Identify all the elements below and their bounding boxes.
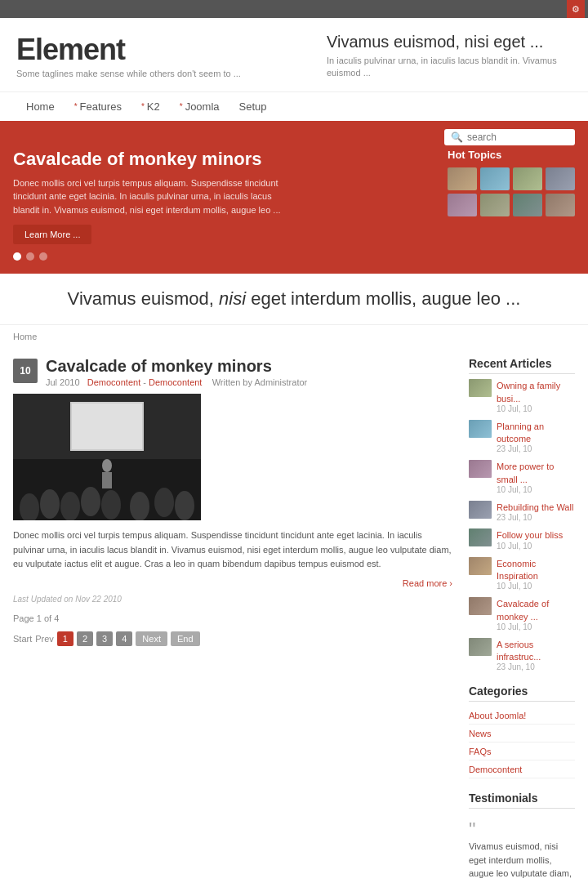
page-4-button[interactable]: 4 <box>116 631 132 646</box>
svg-rect-13 <box>72 404 142 449</box>
hot-topic-7[interactable] <box>513 194 542 216</box>
hot-topic-8[interactable] <box>546 194 575 216</box>
hero-dot-3[interactable] <box>39 252 47 261</box>
recent-date-2: 23 Jul, 10 <box>497 444 575 453</box>
end-button[interactable]: End <box>171 631 200 646</box>
recent-article-7: Cavalcade of monkey ... 10 Jul, 10 <box>469 597 575 631</box>
article-body: Donec mollis orci vel turpis tempus aliq… <box>13 528 452 572</box>
pagination: Page 1 of 4 <box>13 613 452 623</box>
recent-info-7: Cavalcade of monkey ... 10 Jul, 10 <box>497 597 575 631</box>
hot-topic-2[interactable] <box>480 167 510 190</box>
hero-dot-2[interactable] <box>26 252 34 261</box>
nav-k2[interactable]: * K2 <box>131 94 170 119</box>
svg-point-9 <box>175 491 194 520</box>
article-separator: - <box>143 377 149 387</box>
hot-topic-5[interactable] <box>448 194 477 216</box>
testimonials-title: Testimonials <box>469 792 575 809</box>
categories-section: Categories About Joomla! News FAQs Democ… <box>469 685 575 778</box>
hot-topic-3[interactable] <box>513 167 542 190</box>
settings-icon[interactable]: ⚙ <box>567 0 585 18</box>
read-more-link[interactable]: Read more › <box>13 578 452 588</box>
search-input[interactable] <box>467 132 565 143</box>
recent-thumb-4 <box>469 501 492 519</box>
recent-thumb-6 <box>469 557 492 575</box>
nav-home[interactable]: Home <box>16 94 65 119</box>
featured-headline-section: Vivamus euismod, nisi eget interdum moll… <box>0 274 588 325</box>
main-content: 10 Cavalcade of monkey minors Jul 2010 D… <box>0 347 588 883</box>
recent-title-7[interactable]: Cavalcade of monkey ... <box>497 599 549 621</box>
hero-content: Cavalcade of monkey minors Donec mollis … <box>0 149 588 274</box>
recent-title-1[interactable]: Owning a family busi... <box>497 381 560 403</box>
hot-topic-6[interactable] <box>480 194 510 216</box>
article-image <box>13 394 201 520</box>
page-3-button[interactable]: 3 <box>96 631 113 646</box>
recent-articles-title: Recent Articles <box>469 357 575 374</box>
cat-link-1[interactable]: About Joomla! <box>469 711 526 720</box>
recent-date-6: 10 Jul, 10 <box>497 582 575 591</box>
page-info: Page 1 of 4 <box>13 613 59 623</box>
header-featured-title: Vivamus euismod, nisi eget ... <box>327 33 572 51</box>
nav-features[interactable]: * Features <box>65 94 131 119</box>
recent-info-4: Rebuilding the Wall 23 Jul, 10 <box>497 501 573 522</box>
recent-date-1: 10 Jul, 10 <box>497 404 575 413</box>
svg-point-7 <box>130 492 149 520</box>
recent-title-3[interactable]: More power to small ... <box>497 462 554 484</box>
article-image-inner <box>13 394 201 520</box>
header-right: Vivamus euismod, nisi eget ... In iaculi… <box>327 33 572 80</box>
hero-right: Hot Topics <box>431 149 575 261</box>
hero-dot-1[interactable] <box>13 252 21 261</box>
header-left: Element Some taglines make sense while o… <box>16 33 241 78</box>
recent-date-7: 10 Jul, 10 <box>497 622 575 631</box>
recent-title-5[interactable]: Follow your bliss <box>497 530 563 540</box>
open-quote-icon: " <box>469 820 575 840</box>
categories-title: Categories <box>469 685 575 702</box>
nav-joomla[interactable]: * Joomla <box>170 94 229 119</box>
recent-article-3: More power to small ... 10 Jul, 10 <box>469 460 575 494</box>
middle-sidebar: Recent Articles Owning a family busi... … <box>469 347 575 883</box>
breadcrumb: Home <box>13 332 37 341</box>
recent-article-6: Economic Inspiration 10 Jul, 10 <box>469 557 575 591</box>
hero-search-area: 🔍 <box>0 121 588 149</box>
article-category-link[interactable]: Democontent <box>87 377 140 387</box>
recent-thumb-2 <box>469 420 492 438</box>
next-button[interactable]: Next <box>136 631 167 646</box>
hot-topics-grid <box>448 167 575 216</box>
svg-rect-11 <box>102 472 112 488</box>
recent-article-2: Planning an outcome 23 Jul, 10 <box>469 420 575 454</box>
recent-articles-section: Recent Articles Owning a family busi... … <box>469 357 575 671</box>
recent-thumb-8 <box>469 638 492 656</box>
article-category2-link[interactable]: Democontent <box>149 377 202 387</box>
recent-article-8: A serious infrastruc... 23 Jun, 10 <box>469 638 575 672</box>
site-title: Element <box>16 33 241 67</box>
article-date: Jul 2010 <box>46 377 80 387</box>
recent-title-6[interactable]: Economic Inspiration <box>497 559 538 581</box>
cat-link-3[interactable]: FAQs <box>469 747 492 756</box>
cat-link-4[interactable]: Democontent <box>469 765 522 774</box>
recent-title-2[interactable]: Planning an outcome <box>497 421 544 444</box>
recent-info-1: Owning a family busi... 10 Jul, 10 <box>497 379 575 413</box>
testimonial-quote: Vivamus euismod, nisi eget interdum moll… <box>469 840 575 883</box>
page-1-button[interactable]: 1 <box>57 631 74 646</box>
recent-title-4[interactable]: Rebuilding the Wall <box>497 502 573 512</box>
start-label: Start <box>13 634 32 644</box>
prev-label: Prev <box>35 634 54 644</box>
article-header: 10 Cavalcade of monkey minors Jul 2010 D… <box>13 357 452 394</box>
svg-point-4 <box>60 492 80 520</box>
hot-topic-1[interactable] <box>448 167 477 190</box>
recent-title-8[interactable]: A serious infrastruc... <box>497 640 541 662</box>
pagination-controls: Start Prev 1 2 3 4 Next End <box>13 631 452 646</box>
svg-point-8 <box>154 488 174 517</box>
search-box: 🔍 <box>444 129 575 145</box>
hot-topic-4[interactable] <box>546 167 575 190</box>
svg-point-10 <box>102 459 112 472</box>
search-icon: 🔍 <box>451 132 463 143</box>
recent-date-4: 23 Jul, 10 <box>497 513 573 522</box>
page-2-button[interactable]: 2 <box>77 631 93 646</box>
cat-link-2[interactable]: News <box>469 729 492 738</box>
cat-item-4: Democontent <box>469 760 575 778</box>
recent-thumb-1 <box>469 379 492 397</box>
nav-setup[interactable]: Setup <box>229 94 277 119</box>
hero-learn-more-button[interactable]: Learn More ... <box>13 225 91 244</box>
article-section: 10 Cavalcade of monkey minors Jul 2010 D… <box>13 347 452 883</box>
article-meta: Jul 2010 Democontent - Democontent Writt… <box>13 377 452 387</box>
